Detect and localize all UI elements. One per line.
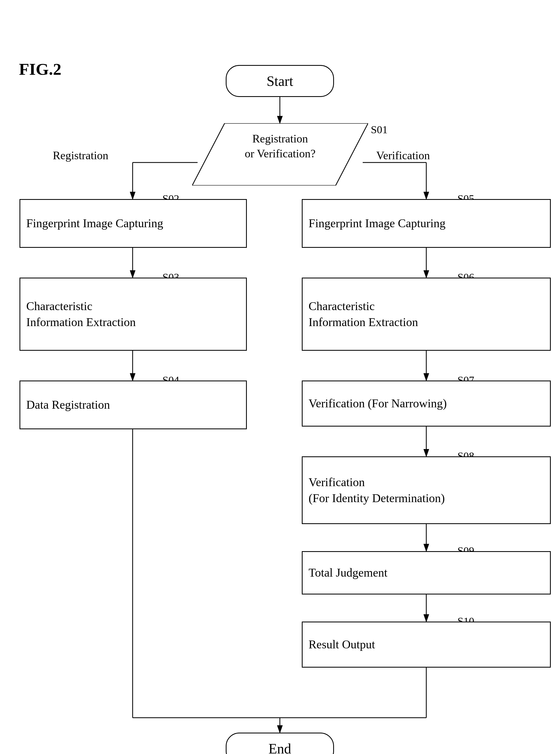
left-data-registration-box: Data Registration [19, 381, 247, 429]
figure-title: FIG.2 [19, 60, 61, 79]
left-characteristic-box: Characteristic Information Extraction [19, 277, 247, 351]
right-fingerprint-box: Fingerprint Image Capturing [302, 199, 551, 248]
right-total-judgement-box: Total Judgement [302, 551, 551, 595]
s01-label: S01 [371, 123, 387, 136]
right-result-output-box: Result Output [302, 622, 551, 668]
left-fingerprint-box: Fingerprint Image Capturing [19, 199, 247, 248]
end-node: End [226, 733, 334, 754]
flowchart: FIG.2 Start Registration or Verification… [0, 43, 560, 748]
right-verification-narrowing-box: Verification (For Narrowing) [302, 381, 551, 427]
registration-label: Registration [53, 149, 108, 162]
verification-label: Verification [376, 149, 430, 162]
right-characteristic-box: Characteristic Information Extraction [302, 277, 551, 351]
decision-node: Registration or Verification? [192, 123, 368, 186]
right-verification-identity-box: Verification (For Identity Determination… [302, 456, 551, 524]
start-node: Start [226, 65, 334, 97]
